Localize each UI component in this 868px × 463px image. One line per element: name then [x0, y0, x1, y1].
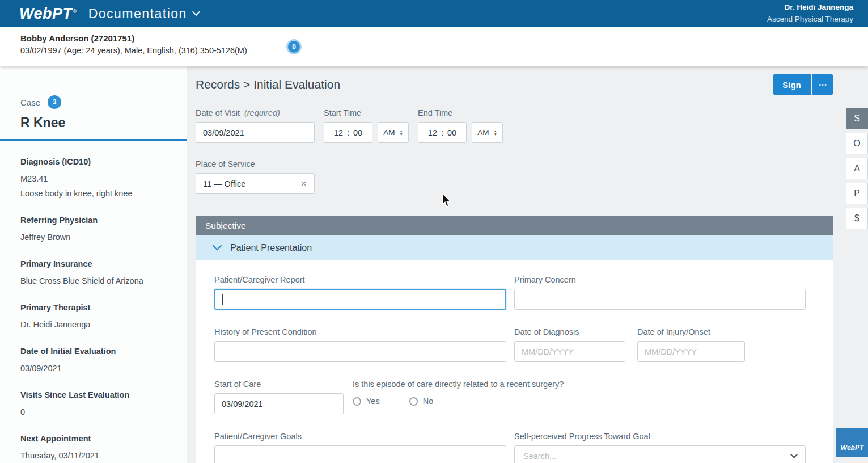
spinner-arrows-icon[interactable]: ▲▼ — [399, 129, 403, 136]
main-content: Records > Initial Evaluation Sign ••• Da… — [187, 66, 868, 463]
sidebar-item-value: M23.41 — [20, 174, 173, 184]
case-row: Case 3 — [20, 95, 187, 109]
start-meridiem-stepper[interactable]: AM ▲▼ — [378, 122, 409, 143]
surgery-yes-label: Yes — [366, 397, 380, 406]
end-meridiem-value: AM — [477, 128, 489, 137]
sidebar-item-value: 03/09/2021 — [20, 363, 173, 374]
sidebar-item-date-initial-eval: Date of Initial Evaluation 03/09/2021 — [20, 346, 173, 374]
place-of-service-input[interactable]: 11 — Office ✕ — [196, 173, 315, 194]
date-of-diagnosis-input[interactable] — [514, 341, 625, 362]
main-header: Records > Initial Evaluation Sign ••• — [196, 74, 868, 95]
sidebar-item-next-appointment: Next Appointment Thursday, 03/11/2021 — [20, 433, 173, 461]
end-meridiem-stepper[interactable]: AM ▲▼ — [472, 122, 503, 143]
webpt-documentation-page: WebPT® Documentation Dr. Heidi Jannenga … — [0, 0, 868, 463]
breadcrumb-records[interactable]: Records — [196, 78, 240, 91]
radio-button-icon[interactable] — [409, 397, 418, 406]
top-navbar: WebPT® Documentation Dr. Heidi Jannenga … — [0, 0, 868, 27]
webpt-logo[interactable]: WebPT® — [19, 5, 77, 23]
sidebar-item-value: Dr. Heidi Jannenga — [20, 319, 173, 330]
text-caret — [222, 294, 223, 305]
patient-report-group: Patient/Caregiver Report — [214, 275, 506, 310]
report-concern-row: Patient/Caregiver Report Primary Concern — [214, 275, 806, 310]
sidebar-item-visits-since-eval: Visits Since Last Evaluation 0 — [20, 390, 173, 418]
patient-presentation-header[interactable]: Patient Presentation — [196, 235, 833, 260]
patient-name: Bobby Anderson (27201751) — [20, 33, 247, 43]
end-minute[interactable]: 00 — [447, 128, 456, 137]
end-time-label: End Time — [418, 108, 503, 117]
start-of-care-input[interactable] — [214, 393, 344, 414]
date-of-injury-group: Date of Injury/Onset — [637, 327, 745, 362]
start-time-label: Start Time — [324, 108, 409, 117]
patient-details: 03/02/1997 (Age: 24 years), Male, Englis… — [20, 46, 247, 55]
sidebar-item-value: 0 — [20, 407, 173, 418]
sidebar-divider — [0, 139, 187, 141]
soap-tab-objective[interactable]: O — [846, 133, 868, 154]
date-of-visit-input[interactable] — [196, 122, 315, 143]
patient-alert-badge[interactable]: 0 — [286, 39, 302, 54]
collapse-chevron-icon[interactable] — [213, 241, 222, 250]
patient-presentation-body: Patient/Caregiver Report Primary Concern… — [196, 260, 833, 463]
patient-report-input[interactable] — [214, 289, 506, 310]
dates-group: Date of Diagnosis Date of Injury/Onset — [514, 327, 806, 362]
place-of-service-label: Place of Service — [196, 159, 868, 169]
spinner-arrows-icon[interactable]: ▲▼ — [493, 129, 497, 136]
surgery-radio-row: Yes No — [353, 397, 564, 406]
sign-button[interactable]: Sign — [773, 74, 811, 95]
navbar-user-info[interactable]: Dr. Heidi Jannenga Ascend Physical Thera… — [767, 2, 853, 26]
sidebar-item-label: Referring Physician — [20, 215, 173, 226]
soap-tab-plan[interactable]: P — [846, 183, 868, 204]
clear-icon[interactable]: ✕ — [300, 179, 307, 189]
start-minute[interactable]: 00 — [353, 128, 362, 137]
progress-label: Self-perceived Progress Toward Goal — [514, 432, 806, 441]
sidebar-item-diagnosis: Diagnosis (ICD10) M23.41 Loose body in k… — [20, 157, 173, 199]
history-group: History of Present Condition — [214, 327, 506, 362]
patient-report-label: Patient/Caregiver Report — [214, 275, 506, 284]
goals-input[interactable] — [214, 445, 506, 463]
sidebar-item-label: Next Appointment — [20, 433, 173, 444]
soap-tab-assessment[interactable]: A — [846, 158, 868, 179]
primary-concern-input[interactable] — [514, 289, 806, 310]
start-hour[interactable]: 12 — [334, 128, 343, 137]
place-of-service-value: 11 — Office — [203, 179, 245, 188]
care-surgery-row: Start of Care Is this episode of care di… — [214, 380, 806, 414]
history-input[interactable] — [214, 341, 506, 362]
registered-mark: ® — [73, 9, 77, 14]
end-time-controls: 12 : 00 AM ▲▼ — [418, 122, 503, 143]
sidebar-item-label: Primary Insurance — [20, 259, 173, 270]
place-of-service-group: Place of Service 11 — Office ✕ — [196, 159, 868, 194]
primary-concern-group: Primary Concern — [514, 275, 806, 310]
surgery-yes-option[interactable]: Yes — [353, 397, 380, 406]
date-of-visit-label-text: Date of Visit — [196, 108, 240, 117]
surgery-question-label: Is this episode of care directly related… — [353, 380, 564, 389]
sidebar-item-value: Loose body in knee, right knee — [20, 188, 173, 199]
history-dates-row: History of Present Condition Date of Dia… — [214, 327, 806, 362]
breadcrumb-separator: > — [243, 78, 250, 91]
documentation-menu[interactable]: Documentation — [88, 6, 199, 22]
end-time-input[interactable]: 12 : 00 — [418, 122, 467, 143]
progress-placeholder: Search... — [523, 452, 556, 461]
sidebar-item-value: Jeffrey Brown — [20, 232, 173, 243]
breadcrumb: Records > Initial Evaluation — [196, 74, 340, 91]
start-time-input[interactable]: 12 : 00 — [324, 122, 372, 143]
surgery-no-option[interactable]: No — [409, 397, 434, 406]
date-of-visit-group: Date of Visit(required) — [196, 108, 315, 143]
progress-select[interactable]: Search... — [514, 445, 806, 463]
radio-button-icon[interactable] — [353, 397, 361, 406]
soap-tab-subjective[interactable]: S — [846, 108, 868, 129]
sidebar-item-value: Blue Cross Blue Shield of Arizona — [20, 276, 173, 287]
header-buttons: Sign ••• — [773, 74, 833, 95]
user-name: Dr. Heidi Jannenga — [767, 2, 853, 14]
start-meridiem-value: AM — [383, 128, 395, 137]
sidebar-item-referring-physician: Referring Physician Jeffrey Brown — [20, 215, 173, 243]
surgery-question-group: Is this episode of care directly related… — [353, 380, 564, 414]
patient-bar: Bobby Anderson (27201751) 03/02/1997 (Ag… — [0, 27, 868, 66]
case-label: Case — [20, 98, 40, 107]
more-options-button[interactable]: ••• — [812, 74, 833, 95]
sidebar-item-label: Diagnosis (ICD10) — [20, 157, 173, 167]
date-of-injury-input[interactable] — [637, 341, 745, 362]
start-of-care-group: Start of Care — [214, 380, 344, 414]
case-count-badge[interactable]: 3 — [48, 95, 61, 109]
end-hour[interactable]: 12 — [428, 128, 437, 137]
chevron-down-icon — [192, 7, 200, 15]
soap-tab-billing[interactable]: $ — [846, 208, 868, 229]
